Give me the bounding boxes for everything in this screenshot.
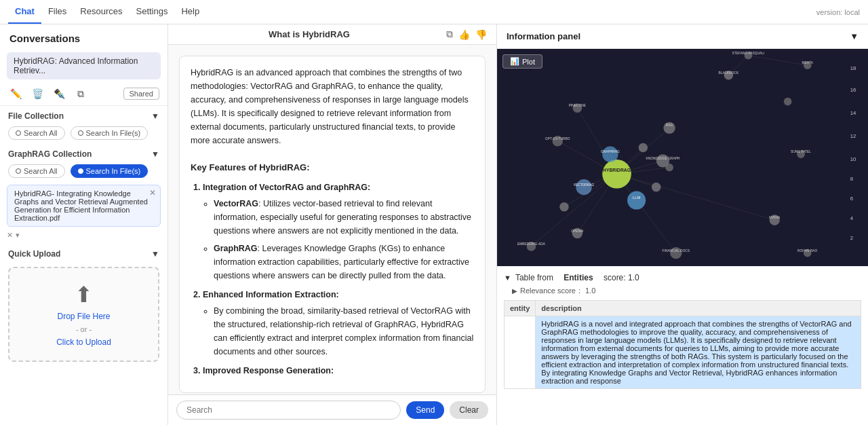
svg-text:4: 4 bbox=[850, 215, 854, 221]
svg-text:GRAPHRAG: GRAPHRAG bbox=[601, 150, 620, 153]
file-collection-chevron: ▼ bbox=[151, 111, 159, 121]
clear-button[interactable]: Clear bbox=[450, 401, 488, 419]
description-cell: HybridRAG is a novel and integrated appr… bbox=[536, 316, 861, 389]
copy-response-icon[interactable]: ⧉ bbox=[446, 29, 453, 40]
description-col-header: description bbox=[536, 301, 861, 316]
svg-text:OPENAI: OPENAI bbox=[571, 229, 583, 233]
graphrag-item: GraphRAG: Leverages Knowledge Graphs (KG… bbox=[214, 242, 474, 282]
feature-3: Improved Response Generation: bbox=[203, 364, 474, 377]
info-panel-chevron[interactable]: ▼ bbox=[850, 31, 859, 41]
nav-chat[interactable]: Chat bbox=[8, 0, 41, 24]
svg-line-4 bbox=[617, 174, 676, 253]
right-panel: Information panel ▼ 📊 Plot bbox=[496, 24, 868, 425]
graphrag-option-1: Search All bbox=[24, 167, 58, 175]
svg-point-37 bbox=[559, 202, 569, 212]
svg-text:FINANCIAL DOCS: FINANCIAL DOCS bbox=[663, 249, 690, 253]
thumbs-up-icon[interactable]: 👍 bbox=[458, 29, 470, 40]
svg-point-31 bbox=[665, 164, 673, 172]
edit-icon[interactable]: ✏️ bbox=[8, 86, 23, 101]
file-chip-close[interactable]: ✕ bbox=[149, 188, 156, 198]
svg-text:14: 14 bbox=[850, 110, 856, 116]
radio-dot-4 bbox=[78, 168, 83, 174]
feature-1-subs: VectorRAG: Utilizes vector-based retriev… bbox=[203, 197, 474, 282]
plot-icon: 📊 bbox=[510, 57, 519, 66]
upload-or-label: - or - bbox=[76, 325, 92, 333]
svg-text:HYBRIDRAG: HYBRIDRAG bbox=[603, 168, 631, 172]
nav-help[interactable]: Help bbox=[174, 0, 206, 24]
graphrag-search-all[interactable]: Search All bbox=[8, 164, 65, 178]
quick-upload-label: Quick Upload bbox=[8, 249, 60, 259]
file-collection-search-in-files[interactable]: Search In File(s) bbox=[71, 126, 149, 140]
quick-upload-header[interactable]: Quick Upload ▼ bbox=[0, 242, 167, 261]
top-nav: Chat Files Resources Settings Help versi… bbox=[0, 0, 868, 24]
svg-point-38 bbox=[784, 98, 792, 106]
svg-text:GPT-3.5-TURBO: GPT-3.5-TURBO bbox=[545, 137, 570, 141]
file-collection-label: File Collection bbox=[8, 111, 64, 121]
svg-point-17 bbox=[602, 160, 631, 189]
features-list: Integration of VectorRAG and GraphRAG: V… bbox=[191, 181, 474, 377]
drop-file-label[interactable]: Drop File Here bbox=[57, 312, 110, 321]
svg-text:18: 18 bbox=[850, 65, 856, 71]
nav-resources[interactable]: Resources bbox=[73, 0, 129, 24]
entity-cell bbox=[505, 316, 536, 389]
plot-button[interactable]: 📊 Plot bbox=[502, 54, 542, 69]
relevance-toggle[interactable]: ▶ bbox=[512, 287, 517, 295]
svg-text:BLACKROCK: BLACKROCK bbox=[718, 71, 739, 75]
delete-icon[interactable]: 🗑️ bbox=[30, 86, 45, 101]
svg-text:RAG: RAG bbox=[666, 124, 673, 127]
thumbs-down-icon[interactable]: 👎 bbox=[475, 29, 487, 40]
radio-dot-3 bbox=[16, 168, 21, 174]
conversation-item[interactable]: HybridRAG: Advanced Information Retriev.… bbox=[7, 52, 161, 79]
score-label: score: 1.0 bbox=[604, 273, 639, 282]
graphrag-search-in-files[interactable]: Search In File(s) bbox=[71, 164, 149, 178]
upload-area[interactable]: ⬆ Drop File Here - or - Click to Upload bbox=[8, 267, 159, 362]
table-from-label: Table from bbox=[515, 273, 553, 282]
svg-point-29 bbox=[639, 143, 648, 153]
file-chip-chevron[interactable]: ▾ bbox=[16, 231, 20, 240]
graphrag-option-2: Search In File(s) bbox=[86, 167, 141, 175]
svg-text:2: 2 bbox=[850, 235, 853, 241]
file-collection-option-1: Search All bbox=[24, 129, 58, 137]
relevance-label: Relevance score bbox=[520, 287, 576, 295]
conversations-title: Conversations bbox=[0, 24, 167, 50]
file-collection-options: Search All Search In File(s) bbox=[0, 124, 167, 144]
graphrag-collection-header[interactable]: GraphRAG Collection ▼ bbox=[0, 144, 167, 162]
svg-text:12: 12 bbox=[850, 133, 856, 139]
nav-files[interactable]: Files bbox=[41, 0, 73, 24]
file-chip-name: HybridRAG- Integrating Knowledge Graphs … bbox=[14, 189, 148, 222]
graphrag-collection-label: GraphRAG Collection bbox=[8, 149, 92, 159]
svg-text:6: 6 bbox=[850, 196, 853, 202]
rename-icon[interactable]: ✒️ bbox=[52, 86, 66, 101]
search-input[interactable] bbox=[176, 401, 401, 420]
svg-point-20 bbox=[602, 147, 618, 162]
entity-table-toggle[interactable]: ▼ bbox=[504, 274, 511, 282]
svg-text:10: 10 bbox=[850, 156, 856, 162]
graphrag-chevron: ▼ bbox=[151, 149, 159, 159]
plot-label: Plot bbox=[522, 58, 535, 66]
click-to-upload[interactable]: Click to Upload bbox=[56, 337, 111, 347]
radio-dot-2 bbox=[78, 130, 83, 136]
shared-badge[interactable]: Shared bbox=[123, 88, 159, 100]
file-collection-search-all[interactable]: Search All bbox=[8, 126, 65, 140]
graph-area: 📊 Plot bbox=[497, 49, 868, 266]
chat-content: HybridRAG is an advanced approach that c… bbox=[168, 45, 496, 394]
table-section: ▼ Table from Entities score: 1.0 ▶ Relev… bbox=[497, 266, 868, 425]
entities-label: Entities bbox=[564, 273, 593, 282]
main-layout: Conversations HybridRAG: Advanced Inform… bbox=[0, 24, 868, 425]
entity-col-header: entity bbox=[505, 301, 536, 316]
center-panel: What is HybridRAG ⧉ 👍 👎 HybridRAG is an … bbox=[168, 24, 496, 425]
file-collection-header[interactable]: File Collection ▼ bbox=[0, 106, 167, 124]
upload-icon: ⬆ bbox=[75, 282, 93, 308]
copy-icon[interactable]: ⧉ bbox=[73, 86, 88, 101]
svg-text:MEHTA: MEHTA bbox=[802, 61, 813, 64]
svg-text:VECTORRAG: VECTORRAG bbox=[574, 183, 595, 187]
nav-settings[interactable]: Settings bbox=[129, 0, 174, 24]
svg-line-16 bbox=[748, 56, 807, 66]
key-features-title: Key Features of HybridRAG: bbox=[191, 161, 474, 175]
file-chip-close-2[interactable]: ✕ bbox=[7, 231, 13, 240]
send-button[interactable]: Send bbox=[406, 401, 444, 419]
svg-point-30 bbox=[652, 183, 661, 192]
version-label: version: local bbox=[816, 8, 860, 16]
svg-text:PINECONE: PINECONE bbox=[569, 104, 587, 107]
answer-box: HybridRAG is an advanced approach that c… bbox=[179, 56, 486, 393]
